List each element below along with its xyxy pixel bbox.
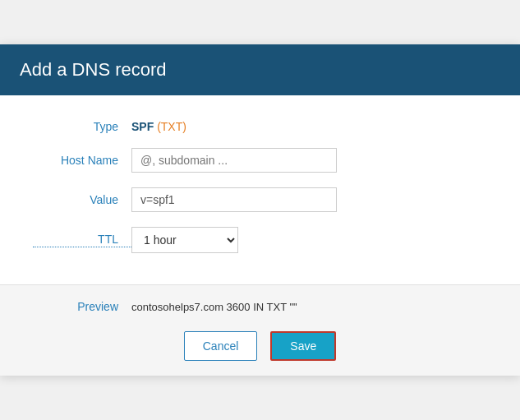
button-row: Cancel Save bbox=[33, 328, 487, 361]
type-txt: (TXT) bbox=[157, 120, 186, 133]
hostname-row: Host Name bbox=[33, 148, 487, 173]
value-row: Value bbox=[33, 187, 487, 212]
save-button[interactable]: Save bbox=[270, 331, 336, 361]
hostname-input[interactable] bbox=[131, 148, 337, 173]
dialog-footer: Preview contosohelps7.com 3600 IN TXT ""… bbox=[0, 284, 520, 376]
cancel-button[interactable]: Cancel bbox=[184, 331, 258, 361]
type-spf: SPF bbox=[131, 120, 154, 133]
value-label: Value bbox=[33, 193, 131, 206]
dialog-container: Add a DNS record Type SPF (TXT) Host Nam… bbox=[0, 44, 520, 376]
type-label: Type bbox=[33, 120, 131, 133]
ttl-select[interactable]: 1 hour 30 minutes 1 day Custom bbox=[131, 227, 238, 253]
ttl-row: TTL 1 hour 30 minutes 1 day Custom bbox=[33, 227, 487, 253]
preview-row: Preview contosohelps7.com 3600 IN TXT "" bbox=[33, 300, 487, 313]
value-input[interactable] bbox=[131, 187, 337, 212]
preview-value: contosohelps7.com 3600 IN TXT "" bbox=[131, 301, 297, 313]
type-value: SPF (TXT) bbox=[131, 120, 186, 133]
dialog-title: Add a DNS record bbox=[20, 59, 500, 81]
dialog-header: Add a DNS record bbox=[0, 44, 520, 95]
hostname-label: Host Name bbox=[33, 154, 131, 167]
preview-label: Preview bbox=[33, 300, 131, 313]
ttl-label: TTL bbox=[33, 233, 131, 247]
dialog-body: Type SPF (TXT) Host Name Value TTL 1 hou… bbox=[0, 95, 520, 284]
type-row: Type SPF (TXT) bbox=[33, 120, 487, 133]
